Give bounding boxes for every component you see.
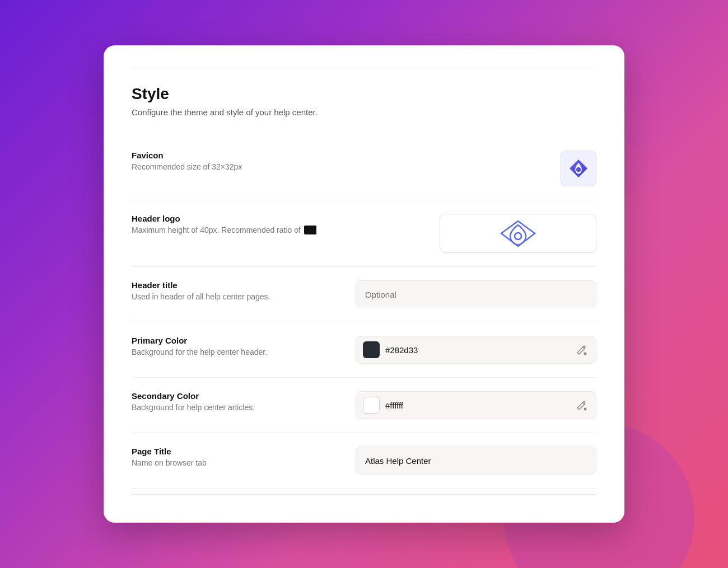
secondary-color-wrapper bbox=[356, 391, 596, 419]
secondary-color-swatch[interactable] bbox=[363, 397, 380, 414]
header-title-control bbox=[344, 280, 596, 308]
secondary-color-desc: Background for help center articles. bbox=[132, 403, 344, 412]
secondary-color-control bbox=[344, 391, 596, 419]
header-logo-preview[interactable] bbox=[440, 214, 596, 253]
primary-color-row: Primary Color Background for the help ce… bbox=[132, 322, 596, 378]
favicon-control bbox=[344, 151, 596, 186]
primary-color-desc: Background for the help center header. bbox=[132, 348, 344, 356]
favicon-desc: Recommended size of 32×32px bbox=[132, 162, 344, 171]
header-logo-control bbox=[344, 214, 596, 253]
primary-color-input[interactable] bbox=[385, 345, 568, 355]
svg-point-1 bbox=[515, 233, 521, 240]
header-logo-field-info: Header logo Maximum height of 40px. Reco… bbox=[132, 214, 344, 234]
secondary-color-label: Secondary Color bbox=[132, 391, 344, 401]
favicon-label: Favicon bbox=[132, 151, 344, 160]
header-title-input[interactable] bbox=[356, 280, 596, 308]
header-title-label: Header title bbox=[132, 280, 344, 290]
header-logo-label: Header logo bbox=[132, 214, 344, 223]
secondary-color-field-info: Secondary Color Background for help cent… bbox=[132, 391, 344, 412]
secondary-color-row: Secondary Color Background for help cent… bbox=[132, 378, 596, 433]
ratio-box bbox=[304, 226, 316, 234]
header-title-desc: Used in header of all help center pages. bbox=[132, 292, 344, 301]
page-title-field-info: Page Title Name on browser tab bbox=[132, 447, 344, 467]
page-title: Style bbox=[132, 85, 596, 103]
page-title-label: Page Title bbox=[132, 447, 344, 456]
svg-point-0 bbox=[576, 167, 581, 172]
page-title-row: Page Title Name on browser tab bbox=[132, 433, 596, 489]
bottom-divider bbox=[132, 494, 596, 495]
page-title-input[interactable] bbox=[356, 447, 596, 475]
header-title-row: Header title Used in header of all help … bbox=[132, 267, 596, 322]
secondary-color-input[interactable] bbox=[385, 401, 568, 410]
header-title-field-info: Header title Used in header of all help … bbox=[132, 280, 344, 301]
svg-point-2 bbox=[584, 353, 587, 355]
style-card: Style Configure the theme and style of y… bbox=[104, 45, 624, 523]
secondary-color-picker-icon[interactable] bbox=[573, 397, 589, 413]
primary-color-swatch[interactable] bbox=[363, 341, 380, 358]
primary-color-field-info: Primary Color Background for the help ce… bbox=[132, 336, 344, 356]
primary-color-label: Primary Color bbox=[132, 336, 344, 345]
page-title-control bbox=[344, 447, 596, 475]
favicon-row: Favicon Recommended size of 32×32px bbox=[132, 137, 596, 200]
header-logo-icon bbox=[496, 218, 540, 249]
favicon-field-info: Favicon Recommended size of 32×32px bbox=[132, 151, 344, 171]
page-subtitle: Configure the theme and style of your he… bbox=[132, 107, 596, 117]
primary-color-picker-icon[interactable] bbox=[573, 342, 589, 358]
primary-color-wrapper bbox=[356, 336, 596, 364]
page-title-desc: Name on browser tab bbox=[132, 458, 344, 467]
favicon-icon bbox=[567, 157, 590, 180]
header-logo-row: Header logo Maximum height of 40px. Reco… bbox=[132, 200, 596, 267]
svg-point-3 bbox=[584, 408, 587, 411]
primary-color-control bbox=[344, 336, 596, 364]
header-logo-desc: Maximum height of 40px. Recommended rati… bbox=[132, 226, 344, 234]
favicon-preview[interactable] bbox=[561, 151, 596, 186]
